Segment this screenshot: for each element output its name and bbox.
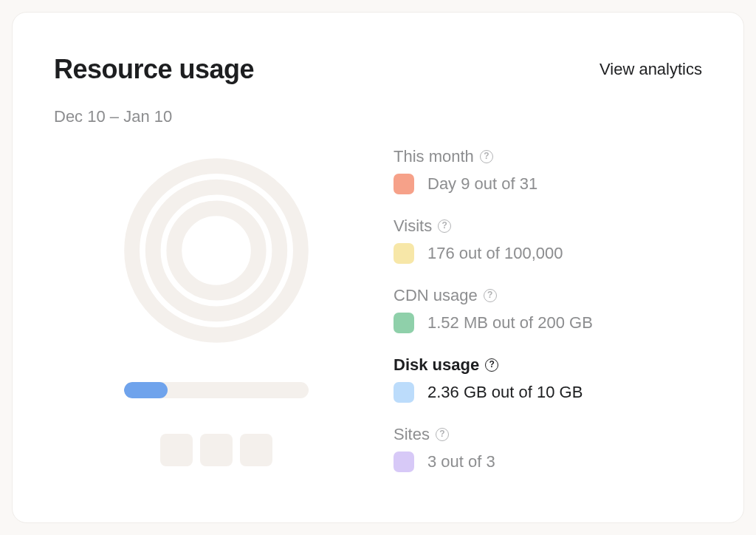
help-icon[interactable]: ? <box>480 150 493 163</box>
color-swatch <box>394 313 414 333</box>
resource-usage-card: Resource usage View analytics Dec 10 – J… <box>12 12 744 523</box>
svg-point-2 <box>174 208 258 293</box>
help-icon[interactable]: ? <box>436 428 449 441</box>
metric-visits[interactable]: Visits?176 out of 100,000 <box>394 217 702 264</box>
color-swatch <box>394 174 414 194</box>
page-title: Resource usage <box>54 54 254 85</box>
color-swatch <box>394 451 414 472</box>
help-icon[interactable]: ? <box>438 219 451 233</box>
metric-label: Sites <box>394 425 430 444</box>
metric-value-row: 176 out of 100,000 <box>394 243 702 264</box>
metric-label-row: CDN usage? <box>394 286 702 305</box>
metric-label: CDN usage <box>394 286 478 305</box>
metric-value: 1.52 MB out of 200 GB <box>427 313 593 333</box>
sites-blocks <box>160 434 272 466</box>
site-block <box>200 434 233 466</box>
view-analytics-link[interactable]: View analytics <box>599 60 702 79</box>
help-icon[interactable]: ? <box>485 358 498 372</box>
disk-progress-bar <box>124 382 309 398</box>
metric-label: Visits <box>394 217 432 236</box>
metric-value: 176 out of 100,000 <box>427 244 563 263</box>
metric-label-row: Sites? <box>394 425 702 444</box>
site-block <box>160 434 193 466</box>
metric-value-row: Day 9 out of 31 <box>394 174 702 194</box>
metric-label: Disk usage <box>394 355 479 375</box>
charts-column <box>54 147 379 494</box>
metric-label: This month <box>394 147 474 166</box>
color-swatch <box>394 382 414 403</box>
card-header: Resource usage View analytics <box>54 54 702 85</box>
metric-value: 3 out of 3 <box>427 452 495 471</box>
content-row: This month?Day 9 out of 31Visits?176 out… <box>54 147 702 494</box>
metric-month[interactable]: This month?Day 9 out of 31 <box>394 147 702 194</box>
metric-disk[interactable]: Disk usage?2.36 GB out of 10 GB <box>394 355 702 403</box>
donut-chart <box>120 154 312 347</box>
help-icon[interactable]: ? <box>484 289 497 302</box>
metric-value: 2.36 GB out of 10 GB <box>427 383 583 402</box>
metric-label-row: This month? <box>394 147 702 166</box>
metric-value-row: 2.36 GB out of 10 GB <box>394 382 702 403</box>
metric-sites[interactable]: Sites?3 out of 3 <box>394 425 702 472</box>
metric-label-row: Disk usage? <box>394 355 702 375</box>
color-swatch <box>394 243 414 264</box>
metric-value-row: 3 out of 3 <box>394 451 702 472</box>
metric-label-row: Visits? <box>394 217 702 236</box>
metric-cdn[interactable]: CDN usage?1.52 MB out of 200 GB <box>394 286 702 333</box>
metric-value: Day 9 out of 31 <box>427 174 537 194</box>
disk-progress-fill <box>124 382 168 398</box>
site-block <box>240 434 272 466</box>
metrics-column: This month?Day 9 out of 31Visits?176 out… <box>379 147 702 494</box>
metric-value-row: 1.52 MB out of 200 GB <box>394 313 702 333</box>
date-range: Dec 10 – Jan 10 <box>54 107 702 126</box>
